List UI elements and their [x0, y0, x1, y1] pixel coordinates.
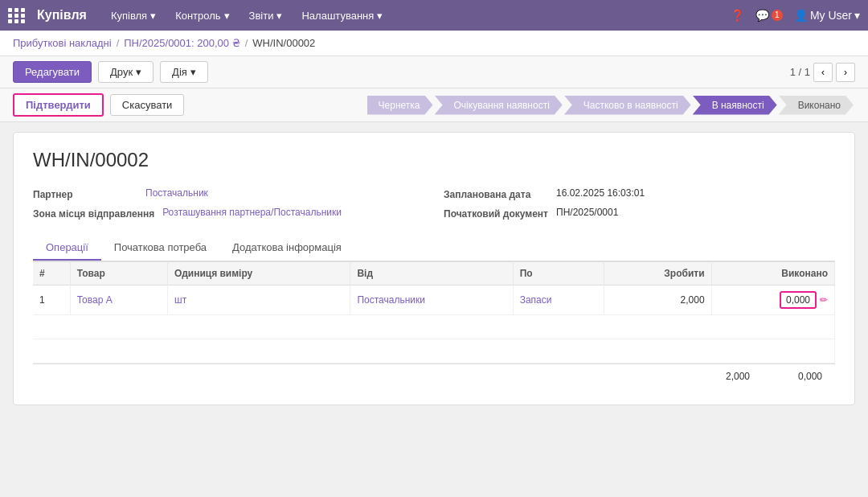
prev-page-button[interactable]: ‹ [813, 63, 833, 82]
workflow-step-waiting[interactable]: Очікування наявності [435, 96, 563, 115]
row-done: 0,000 ✏ [711, 285, 834, 315]
document-title: WH/IN/00002 [33, 149, 835, 171]
help-icon: ❓ [731, 9, 744, 22]
edit-button[interactable]: Редагувати [13, 61, 92, 83]
chevron-down-icon: ▾ [136, 66, 141, 78]
pagination: 1 / 1 ‹ › [790, 63, 855, 82]
row-to[interactable]: Запаси [513, 285, 604, 315]
document-fields: Партнер Постачальник Зона місця відправл… [33, 187, 835, 220]
breadcrumb-sep1: / [117, 37, 120, 49]
source-doc-field-row: Початковий документ ПН/2025/0001 [444, 207, 835, 220]
confirm-button[interactable]: Підтвердити [13, 93, 104, 117]
topnav: Купівля Купівля ▾ Контроль ▾ Звіти ▾ Нал… [0, 0, 868, 31]
workflow-step-draft[interactable]: Чернетка [367, 96, 433, 115]
planned-date-label: Запланована дата [444, 187, 548, 200]
row-from[interactable]: Постачальники [350, 285, 513, 315]
workflow: Чернетка Очікування наявності Частково в… [367, 96, 855, 115]
nav-item-purchase[interactable]: Купівля ▾ [103, 6, 164, 25]
row-todo: 2,000 [604, 285, 711, 315]
main-content: WH/IN/00002 Партнер Постачальник Зона мі… [0, 122, 868, 415]
partner-label: Партнер [33, 187, 137, 200]
user-menu[interactable]: 👤 My User ▾ [794, 9, 860, 22]
col-from: Від [350, 262, 513, 285]
grid-icon[interactable] [8, 8, 26, 23]
done-cell: 0,000 ✏ [719, 291, 828, 309]
topnav-right: ❓ 💬 1 👤 My User ▾ [731, 9, 860, 22]
action-bar: Підтвердити Скасувати Чернетка Очікуванн… [0, 88, 868, 122]
print-button[interactable]: Друк ▾ [98, 61, 154, 83]
brand-label: Купівля [37, 8, 87, 23]
row-product[interactable]: Товар А [70, 285, 167, 315]
edit-icon[interactable]: ✏ [820, 294, 828, 306]
table-empty-row-1 [33, 315, 835, 339]
source-doc-value[interactable]: ПН/2025/0001 [556, 207, 618, 218]
breadcrumb-middle[interactable]: ПН/2025/0001: 200,00 ₴ [124, 37, 240, 49]
breadcrumb-current: WH/IN/00002 [252, 37, 315, 49]
user-name-label: My User [810, 9, 852, 22]
chevron-down-icon: ▾ [854, 9, 860, 22]
messages-button[interactable]: 💬 1 [755, 9, 783, 22]
col-done: Виконано [711, 262, 834, 285]
tab-operations[interactable]: Операції [33, 236, 101, 261]
nav-item-reports[interactable]: Звіти ▾ [241, 6, 291, 25]
toolbar: Редагувати Друк ▾ Дія ▾ 1 / 1 ‹ › [0, 56, 868, 88]
table-row: 1 Товар А шт Постачальники Запаси 2,000 … [33, 285, 835, 315]
table-empty-row-2 [33, 339, 835, 364]
chevron-down-icon: ▾ [377, 10, 383, 22]
chevron-down-icon: ▾ [150, 10, 156, 22]
planned-date-value: 16.02.2025 16:03:01 [556, 187, 645, 199]
nav-item-control[interactable]: Контроль ▾ [167, 6, 237, 25]
chevron-down-icon: ▾ [224, 10, 230, 22]
next-page-button[interactable]: › [836, 63, 855, 82]
row-unit[interactable]: шт [168, 285, 350, 315]
source-doc-label: Початковий документ [444, 207, 548, 220]
footer-todo: 2,000 [684, 371, 756, 382]
document-card: WH/IN/00002 Партнер Постачальник Зона мі… [13, 132, 855, 405]
tab-additional-info[interactable]: Додаткова інформація [219, 236, 354, 261]
partner-field-row: Партнер Постачальник [33, 187, 424, 200]
zone-value[interactable]: Розташування партнера/Постачальники [162, 207, 342, 218]
col-unit: Одиниця виміру [168, 262, 350, 285]
row-num: 1 [33, 285, 70, 315]
chat-icon: 💬 [755, 9, 769, 22]
zone-field-row: Зона місця відправлення Розташування пар… [33, 207, 424, 220]
workflow-step-available[interactable]: В наявності [693, 96, 777, 115]
table-header-row: # Товар Одиниця виміру Від По Зробити Ви… [33, 262, 835, 285]
action-button[interactable]: Дія ▾ [160, 61, 208, 83]
table-footer: 2,000 0,000 [33, 364, 835, 388]
breadcrumb: Прибуткові накладні / ПН/2025/0001: 200,… [0, 31, 868, 56]
operations-table: # Товар Одиниця виміру Від По Зробити Ви… [33, 261, 835, 364]
workflow-step-partial[interactable]: Частково в наявності [564, 96, 691, 115]
col-num: # [33, 262, 70, 285]
chevron-down-icon: ▾ [190, 66, 196, 78]
page-indicator: 1 / 1 [790, 66, 810, 78]
zone-label: Зона місця відправлення [33, 207, 154, 220]
chevron-down-icon: ▾ [276, 10, 282, 22]
done-value[interactable]: 0,000 [780, 291, 817, 309]
workflow-step-done[interactable]: Виконано [779, 96, 854, 115]
messages-badge: 1 [772, 10, 783, 21]
footer-done: 0,000 [756, 371, 829, 382]
user-icon: 👤 [794, 9, 808, 22]
breadcrumb-parent[interactable]: Прибуткові накладні [13, 37, 112, 49]
tab-initial-need[interactable]: Початкова потреба [101, 236, 219, 261]
planned-date-field-row: Запланована дата 16.02.2025 16:03:01 [444, 187, 835, 200]
topnav-menu: Купівля ▾ Контроль ▾ Звіти ▾ Налаштуванн… [103, 6, 391, 25]
partner-value[interactable]: Постачальник [145, 187, 208, 199]
document-tabs: Операції Початкова потреба Додаткова інф… [33, 236, 835, 261]
breadcrumb-sep2: / [245, 37, 248, 49]
cancel-button[interactable]: Скасувати [110, 94, 185, 116]
col-product: Товар [70, 262, 167, 285]
nav-item-settings[interactable]: Налаштування ▾ [293, 6, 391, 25]
col-to: По [513, 262, 604, 285]
col-todo: Зробити [604, 262, 711, 285]
help-button[interactable]: ❓ [731, 9, 744, 22]
